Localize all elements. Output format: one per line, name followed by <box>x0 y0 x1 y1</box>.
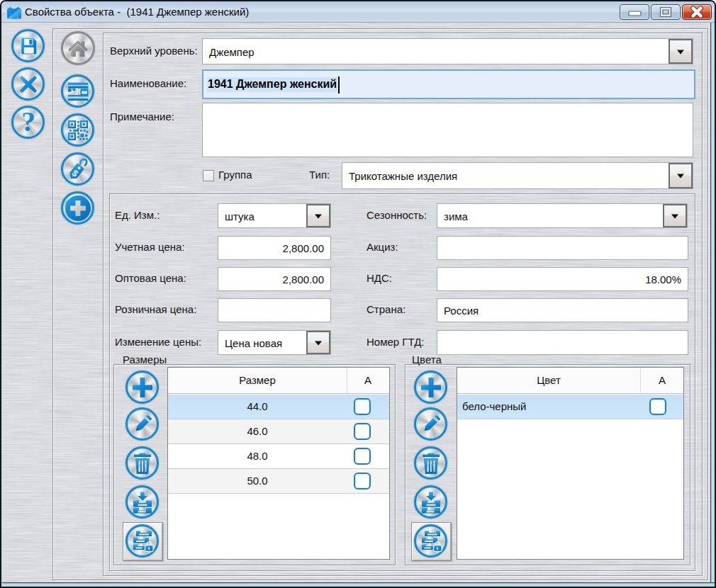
svg-text:?: ? <box>21 111 35 135</box>
